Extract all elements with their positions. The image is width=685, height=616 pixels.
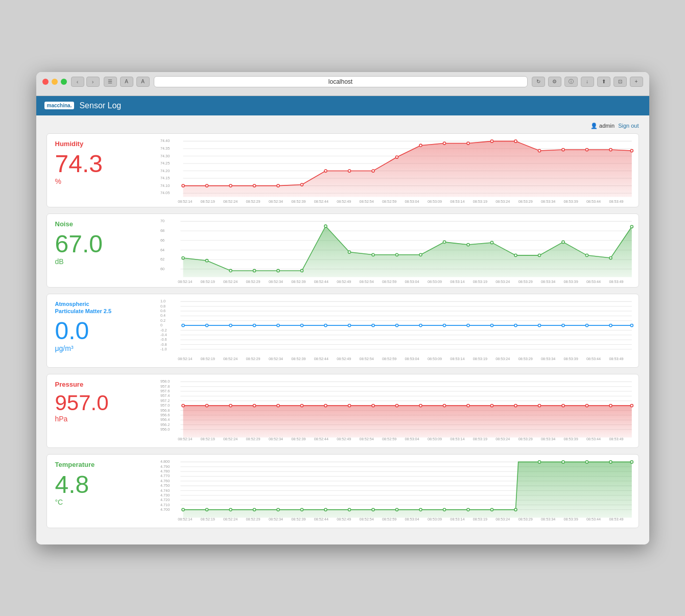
svg-text:08:52:34: 08:52:34 — [268, 516, 282, 521]
username: admin — [599, 123, 615, 129]
close-button[interactable] — [42, 79, 49, 85]
svg-text:74.25: 74.25 — [160, 161, 170, 165]
svg-point-274 — [514, 508, 516, 511]
svg-text:-1.0: -1.0 — [160, 346, 167, 351]
svg-text:08:52:44: 08:52:44 — [314, 436, 328, 441]
reader-view-button[interactable]: ☰ — [104, 77, 117, 87]
svg-point-88 — [609, 256, 611, 259]
text-size-button[interactable]: A — [120, 77, 133, 87]
minimize-button[interactable] — [52, 79, 58, 85]
svg-text:08:52:49: 08:52:49 — [337, 279, 351, 283]
svg-text:08:53:19: 08:53:19 — [473, 436, 487, 441]
back-button[interactable]: ‹ — [71, 77, 84, 87]
refresh-button[interactable]: ↻ — [532, 77, 545, 87]
svg-point-26 — [395, 155, 398, 158]
temperature-label: Temperature — [55, 461, 95, 468]
svg-point-262 — [229, 508, 231, 511]
pressure-chart: 958.0 957.8 957.6 957.4 957.2 957.0 956.… — [159, 374, 639, 447]
svg-point-79 — [395, 253, 398, 256]
svg-text:08:53:24: 08:53:24 — [495, 436, 510, 441]
text-size-large-button[interactable]: A — [136, 77, 150, 87]
svg-text:60: 60 — [160, 266, 164, 271]
download-button[interactable]: ↓ — [581, 77, 594, 87]
svg-point-86 — [561, 241, 564, 243]
svg-point-208 — [443, 404, 445, 407]
svg-text:956.8: 956.8 — [160, 408, 170, 412]
svg-text:956.0: 956.0 — [160, 427, 170, 431]
svg-text:74.15: 74.15 — [160, 176, 170, 180]
svg-point-138 — [300, 324, 303, 326]
svg-text:08:52:54: 08:52:54 — [359, 436, 373, 441]
svg-text:956.4: 956.4 — [160, 417, 170, 422]
noise-unit: dB — [55, 257, 64, 266]
svg-text:956.2: 956.2 — [160, 422, 170, 427]
svg-text:68: 68 — [160, 228, 164, 233]
svg-text:08:53:04: 08:53:04 — [405, 279, 419, 283]
svg-text:08:53:44: 08:53:44 — [586, 436, 600, 441]
temperature-info: Temperature 4.8 °C — [47, 455, 159, 528]
svg-point-206 — [395, 404, 398, 407]
signout-link[interactable]: Sign out — [618, 123, 639, 129]
forward-button[interactable]: › — [86, 77, 100, 87]
traffic-lights — [42, 79, 67, 85]
svg-text:08:52:29: 08:52:29 — [246, 199, 260, 203]
svg-text:08:52:34: 08:52:34 — [268, 199, 282, 203]
svg-point-27 — [419, 144, 421, 147]
svg-text:08:52:54: 08:52:54 — [359, 356, 373, 361]
svg-point-73 — [253, 269, 255, 272]
svg-point-148 — [538, 324, 540, 326]
share-button[interactable]: ⬆ — [597, 77, 610, 87]
svg-text:0.2: 0.2 — [160, 318, 166, 322]
svg-text:08:52:19: 08:52:19 — [200, 199, 215, 203]
pressure-value: 957.0 — [55, 392, 109, 414]
svg-text:4.750: 4.750 — [160, 483, 170, 488]
svg-point-200 — [253, 404, 255, 407]
humidity-label: Humidity — [55, 140, 84, 148]
svg-point-267 — [348, 508, 350, 511]
svg-text:08:53:49: 08:53:49 — [609, 356, 623, 361]
svg-text:08:53:19: 08:53:19 — [473, 279, 487, 283]
address-bar[interactable]: localhost — [154, 76, 528, 87]
particulate-info: AtmosphericParticulate Matter 2.5 0.0 μg… — [47, 294, 159, 367]
svg-point-204 — [348, 404, 350, 407]
settings-button[interactable]: ⚙ — [548, 77, 561, 87]
svg-marker-69 — [183, 226, 631, 277]
svg-text:-0.6: -0.6 — [160, 337, 167, 342]
svg-text:74.30: 74.30 — [160, 153, 170, 158]
svg-point-78 — [371, 253, 374, 256]
svg-text:08:52:59: 08:52:59 — [382, 516, 396, 521]
svg-text:08:52:49: 08:52:49 — [337, 516, 351, 521]
svg-text:08:52:59: 08:52:59 — [382, 356, 396, 361]
svg-text:08:52:59: 08:52:59 — [382, 199, 396, 203]
svg-text:08:53:39: 08:53:39 — [563, 516, 578, 521]
svg-text:08:53:49: 08:53:49 — [609, 199, 623, 203]
svg-text:08:52:54: 08:52:54 — [359, 516, 373, 521]
svg-text:08:52:44: 08:52:44 — [314, 516, 328, 521]
svg-text:08:52:29: 08:52:29 — [246, 436, 260, 441]
temperature-chart: 4.800 4.790 4.780 4.770 4.760 4.750 4.74… — [159, 455, 639, 528]
svg-text:08:53:39: 08:53:39 — [563, 436, 578, 441]
svg-text:08:52:54: 08:52:54 — [359, 279, 373, 283]
svg-text:08:53:29: 08:53:29 — [518, 279, 532, 283]
svg-text:08:52:29: 08:52:29 — [246, 279, 260, 283]
info-button[interactable]: ⓘ — [564, 77, 578, 87]
svg-point-36 — [630, 149, 633, 152]
fullscreen-button[interactable] — [61, 79, 67, 85]
temperature-unit: °C — [55, 498, 63, 506]
svg-point-19 — [229, 184, 231, 187]
pressure-info: Pressure 957.0 hPa — [47, 374, 159, 447]
svg-point-137 — [276, 324, 279, 326]
add-tab-button[interactable]: + — [630, 77, 643, 87]
svg-text:08:52:49: 08:52:49 — [337, 356, 351, 361]
new-tab-button[interactable]: ⊡ — [613, 77, 627, 87]
svg-point-279 — [630, 460, 633, 463]
svg-point-145 — [466, 324, 469, 326]
svg-text:08:52:34: 08:52:34 — [268, 356, 282, 361]
svg-point-149 — [561, 324, 564, 326]
svg-text:08:52:39: 08:52:39 — [291, 356, 305, 361]
svg-text:08:52:29: 08:52:29 — [246, 516, 260, 521]
svg-point-77 — [348, 251, 350, 253]
svg-point-201 — [276, 404, 279, 407]
svg-point-34 — [585, 148, 588, 151]
svg-point-260 — [181, 508, 184, 511]
